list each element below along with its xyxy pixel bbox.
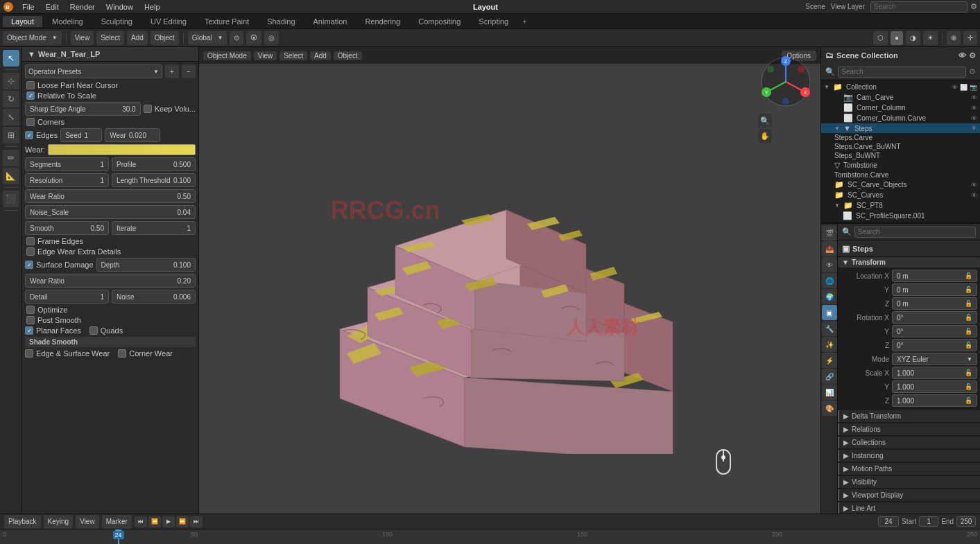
vp-object-btn[interactable]: Object <box>334 51 362 60</box>
menu-window[interactable]: Window <box>101 2 139 12</box>
tab-modeling[interactable]: Modeling <box>44 16 92 27</box>
collection-item-7[interactable]: ▽ Tombstone <box>821 160 980 170</box>
relations-header[interactable]: ▶ Relations <box>839 423 980 435</box>
rotate-tool[interactable]: ↻ <box>3 91 19 107</box>
scale-z-value[interactable]: 1.000 🔓 <box>892 394 977 407</box>
optimize-checkbox[interactable] <box>26 306 35 314</box>
gizmo-btn[interactable]: ✛ <box>963 31 977 45</box>
add-menu[interactable]: Add <box>127 31 148 45</box>
proportional-btn[interactable]: ◎ <box>264 31 279 45</box>
object-menu[interactable]: Object <box>151 31 179 45</box>
filter-icon[interactable]: ⚙ <box>970 2 977 11</box>
add-cube-tool[interactable]: ⬛ <box>3 191 19 207</box>
collection-item-5[interactable]: Steps.Carve_BuWNT <box>821 142 980 151</box>
collection-item-10[interactable]: 📁 SC_Curves 👁 <box>821 190 980 200</box>
prop-tab-physics[interactable]: ⚡ <box>822 353 837 368</box>
collection-item-12[interactable]: ⬜ SC_ProfileSquare.001 <box>821 211 980 221</box>
jump-end-btn[interactable]: ⏭ <box>190 516 203 527</box>
keying-menu[interactable]: Keying <box>44 515 74 529</box>
corners-checkbox[interactable] <box>26 118 35 126</box>
prop-tab-output[interactable]: 📤 <box>822 241 837 256</box>
planar-faces-checkbox[interactable] <box>25 326 33 335</box>
prop-tab-render[interactable]: 🎬 <box>822 225 837 240</box>
collections-header[interactable]: ▶ Collections <box>839 437 980 448</box>
length-threshold-btn[interactable]: Length Threshold 0.100 <box>112 173 196 187</box>
prop-tab-constraints[interactable]: 🔗 <box>822 369 837 384</box>
move-tool[interactable]: ⊹ <box>3 73 19 89</box>
location-x-lock-icon[interactable]: 🔓 <box>965 272 972 279</box>
surface-damage-checkbox[interactable] <box>25 261 33 269</box>
rotation-z-lock-icon[interactable]: 🔓 <box>965 342 972 349</box>
scale-x-value[interactable]: 1.000 🔓 <box>892 367 977 379</box>
location-y-value[interactable]: 0 m 🔓 <box>892 283 977 296</box>
location-z-value[interactable]: 0 m 🔓 <box>892 297 977 310</box>
remove-preset-btn[interactable]: − <box>182 64 196 78</box>
tab-texture-paint[interactable]: Texture Paint <box>196 16 257 27</box>
sharp-edge-btn[interactable]: Sharp Edge Angle 30.0 <box>25 102 141 116</box>
current-frame-display[interactable]: 24 <box>878 516 899 527</box>
select-menu[interactable]: Select <box>96 31 124 45</box>
collection-item-9[interactable]: 📁 SC_Carve_Objects 👁 <box>821 179 980 190</box>
material-btn[interactable]: ◑ <box>906 31 920 45</box>
view-menu[interactable]: View <box>71 31 94 45</box>
nav-gizmo[interactable]: Z X Y 🔍 ✋ <box>758 54 814 109</box>
start-frame-input[interactable]: 1 <box>919 516 938 527</box>
collection-item-8[interactable]: Tombstone.Carve <box>821 170 980 179</box>
snap-btn[interactable]: ⦿ <box>246 31 261 45</box>
edge-surface-checkbox[interactable] <box>25 349 33 358</box>
prop-tab-data[interactable]: 📊 <box>822 385 837 400</box>
location-y-lock-icon[interactable]: 🔓 <box>965 286 972 293</box>
resolution-btn[interactable]: Resolution 1 <box>25 173 109 187</box>
rotation-mode-dropdown[interactable]: XYZ Euler ▼ <box>892 353 977 365</box>
tab-animation[interactable]: Animation <box>305 16 356 27</box>
annotate-tool[interactable]: ✏ <box>3 150 19 166</box>
collection-item-4[interactable]: Steps.Carve <box>821 133 980 142</box>
add-workspace-tab[interactable]: + <box>518 16 531 27</box>
line-art-header[interactable]: ▶ Line Art <box>839 502 980 514</box>
jump-start-btn[interactable]: ⏮ <box>135 516 147 527</box>
wear-color-picker[interactable] <box>48 144 196 155</box>
tab-scripting[interactable]: Scripting <box>470 16 517 27</box>
prop-tab-view[interactable]: 👁 <box>822 257 837 272</box>
ci-eye-10[interactable]: 👁 <box>971 192 977 199</box>
rendered-btn[interactable]: ☀ <box>923 31 938 45</box>
profile-btn[interactable]: Profile 0.500 <box>112 157 196 171</box>
playback-menu[interactable]: Playback <box>4 515 41 529</box>
vp-mode-btn[interactable]: Object Mode <box>203 51 251 60</box>
loose-part-checkbox[interactable] <box>26 81 35 89</box>
keep-volume-checkbox[interactable] <box>144 105 152 113</box>
rotation-y-value[interactable]: 0° 🔓 <box>892 325 977 337</box>
props-search-input[interactable] <box>854 227 976 238</box>
scale-y-lock-icon[interactable]: 🔓 <box>965 383 972 390</box>
scale-z-lock-icon[interactable]: 🔓 <box>965 397 972 404</box>
zoom-in-btn[interactable]: 🔍 <box>758 114 772 128</box>
view-timeline-menu[interactable]: View <box>76 515 99 529</box>
timeline-scrubber[interactable]: 0 50 100 150 200 250 24 <box>0 529 980 544</box>
noise-btn[interactable]: Noise 0.006 <box>112 290 196 304</box>
tab-compositing[interactable]: Compositing <box>410 16 469 27</box>
tab-sculpting[interactable]: Sculpting <box>93 16 141 27</box>
menu-file[interactable]: File <box>17 2 40 12</box>
wear-ratio-btn[interactable]: Wear Ratio 0.50 <box>25 189 196 203</box>
segments-btn[interactable]: Segments 1 <box>25 157 109 171</box>
scale-tool[interactable]: ⤡ <box>3 109 19 125</box>
col-viewport-icon[interactable]: ⬜ <box>960 84 968 91</box>
ci-eye-3[interactable]: 👁 <box>971 125 977 132</box>
rotation-y-lock-icon[interactable]: 🔓 <box>965 328 972 335</box>
edge-wear-extra-checkbox[interactable] <box>26 247 35 256</box>
delta-transform-header[interactable]: ▶ Delta Transform <box>839 410 980 422</box>
prop-tab-scene[interactable]: 🌐 <box>822 273 837 288</box>
edges-checkbox[interactable] <box>25 131 33 139</box>
prop-tab-world[interactable]: 🌍 <box>822 289 837 304</box>
ci-eye-0[interactable]: 👁 <box>971 94 977 101</box>
transform-tool[interactable]: ⊞ <box>3 127 19 143</box>
presets-dropdown[interactable]: Operator Presets ▼ <box>25 64 162 78</box>
prop-tab-modifiers[interactable]: 🔧 <box>822 321 837 336</box>
collection-item-6[interactable]: Steps_BuWNT <box>821 151 980 160</box>
measure-tool[interactable]: 📐 <box>3 168 19 184</box>
visibility-icon[interactable]: 👁 <box>958 51 966 60</box>
filter-scene-icon[interactable]: ⚙ <box>969 51 976 60</box>
seed-btn[interactable]: Seed 1 <box>60 128 102 142</box>
tab-rendering[interactable]: Rendering <box>356 16 409 27</box>
pivot-btn[interactable]: ⊙ <box>230 31 243 45</box>
